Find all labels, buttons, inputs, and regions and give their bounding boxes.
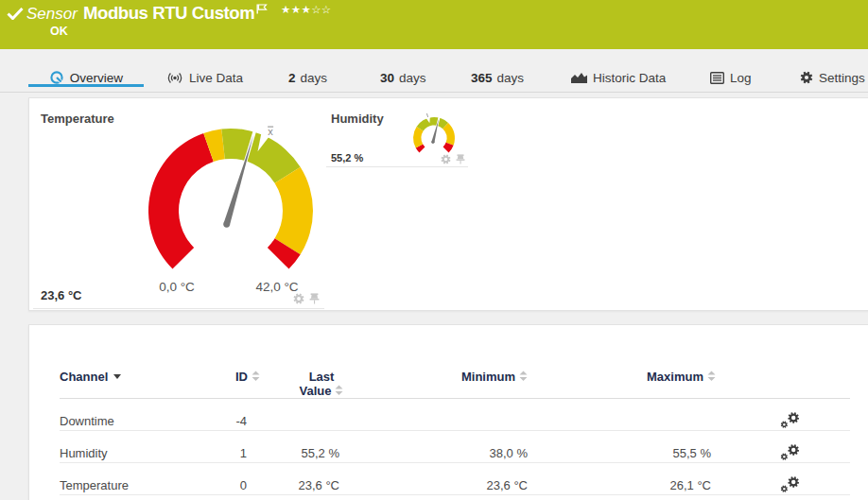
ok-check-icon: [7, 8, 24, 20]
tab-historic-data[interactable]: Historic Data: [571, 66, 666, 89]
gauge-value: 55,2 %: [331, 152, 363, 164]
cell-channel[interactable]: Temperature: [60, 463, 211, 495]
active-tab-underline: [28, 84, 144, 87]
svg-text:x: x: [268, 126, 273, 137]
gauge-icon: [49, 70, 64, 85]
column-label: Minimum: [461, 370, 515, 384]
gauge-title: Humidity: [331, 112, 384, 126]
tab-number: 2: [288, 71, 296, 85]
column-header-maximum[interactable]: Maximum: [528, 361, 716, 399]
tab-365-days[interactable]: 365 days: [471, 66, 524, 89]
gear-icon: [800, 71, 813, 84]
sensor-status-badge: OK: [50, 25, 68, 38]
cell-last-value: [260, 399, 355, 431]
channel-settings-icon[interactable]: [780, 444, 800, 460]
table-row[interactable]: Downtime -4: [60, 399, 850, 431]
sensor-title: Modbus RTU Custom: [83, 2, 254, 25]
pin-icon[interactable]: [456, 154, 465, 164]
sort-toggle-icon: [707, 371, 716, 382]
gauge-title: Temperature: [41, 112, 114, 126]
broadcast-icon: [166, 71, 183, 85]
tab-log[interactable]: Log: [710, 66, 752, 89]
gauge-value: 23,6 °C: [41, 288, 82, 302]
column-label: Last Value: [300, 370, 335, 398]
gauge-settings-gear-icon[interactable]: [441, 154, 451, 164]
sensor-status-header: Sensor Modbus RTU Custom ★★★☆☆ OK: [0, 0, 868, 49]
tab-label: Settings: [819, 71, 865, 85]
priority-flag-icon[interactable]: [256, 4, 268, 14]
channels-table-panel: Channel ID Last Value Minimum Maximum Do…: [28, 324, 868, 500]
tab-label: days: [399, 71, 426, 85]
stars-empty: ☆☆: [311, 3, 331, 16]
tab-label: days: [301, 71, 328, 85]
sensor-overview-page: Sensor Modbus RTU Custom ★★★☆☆ OK Overvi…: [0, 0, 868, 500]
channels-table: Channel ID Last Value Minimum Maximum Do…: [60, 361, 850, 495]
gauge-settings-gear-icon[interactable]: [293, 293, 304, 304]
tab-label: Live Data: [189, 71, 243, 85]
table-row[interactable]: Humidity 1 55,2 % 38,0 % 55,5 %: [60, 431, 850, 463]
cell-channel[interactable]: Humidity: [60, 431, 211, 463]
cell-maximum: 55,5 %: [528, 431, 716, 463]
tab-label: Historic Data: [593, 71, 666, 85]
cell-minimum: [355, 399, 528, 431]
cell-id: -4: [211, 399, 260, 431]
tab-label: Log: [730, 71, 752, 85]
cell-channel[interactable]: Downtime: [60, 399, 211, 431]
tab-label: days: [497, 71, 525, 85]
sort-toggle-icon: [252, 371, 260, 382]
tab-30-days[interactable]: 30 days: [380, 66, 426, 89]
column-header-id[interactable]: ID: [211, 361, 260, 399]
humidity-gauge-block: Humidity 55,2 %: [326, 103, 468, 167]
area-chart-icon: [571, 71, 587, 84]
temperature-gauge-block: Temperature x0,0 °C42,0 °C 23,6 °C: [33, 103, 324, 309]
sort-toggle-icon: [335, 385, 343, 396]
table-header-row: Channel ID Last Value Minimum Maximum: [60, 361, 850, 399]
cell-maximum: [528, 399, 716, 431]
priority-stars[interactable]: ★★★☆☆: [281, 3, 332, 16]
svg-text:42,0 °C: 42,0 °C: [255, 280, 298, 294]
object-kind-label: Sensor: [26, 4, 78, 25]
temperature-gauge: x0,0 °C42,0 °C: [127, 114, 335, 296]
stars-filled: ★★★: [281, 3, 311, 16]
tab-number: 365: [471, 71, 493, 85]
column-label: ID: [235, 370, 248, 384]
channel-settings-icon[interactable]: [780, 412, 800, 428]
tab-live-data[interactable]: Live Data: [166, 66, 243, 89]
column-header-last-value[interactable]: Last Value: [260, 361, 355, 399]
tab-settings[interactable]: Settings: [800, 66, 865, 89]
column-label: Channel: [60, 370, 108, 384]
cell-minimum: 38,0 %: [355, 431, 528, 463]
cell-id: 0: [211, 463, 260, 495]
log-icon: [710, 72, 724, 84]
channel-settings-icon[interactable]: [780, 476, 800, 492]
cell-id: 1: [211, 431, 260, 463]
tab-label: Overview: [70, 71, 123, 85]
table-row[interactable]: Temperature 0 23,6 °C 23,6 °C 26,1 °C: [60, 463, 850, 495]
sensor-tabbar: Overview Live Data 2 days 30 days 365 da…: [0, 49, 868, 93]
svg-text:0,0 °C: 0,0 °C: [159, 280, 195, 294]
pin-icon[interactable]: [309, 293, 320, 304]
column-header-minimum[interactable]: Minimum: [355, 361, 528, 399]
sort-desc-icon: [113, 374, 121, 379]
tab-2-days[interactable]: 2 days: [288, 66, 327, 89]
cell-last-value: 23,6 °C: [260, 463, 355, 495]
gauges-panel: Temperature x0,0 °C42,0 °C 23,6 °C Humid…: [28, 97, 868, 311]
cell-last-value: 55,2 %: [260, 431, 355, 463]
cell-maximum: 26,1 °C: [528, 463, 716, 495]
column-header-channel[interactable]: Channel: [60, 361, 211, 399]
column-label: Maximum: [647, 370, 703, 384]
column-header-actions: [716, 361, 850, 399]
cell-minimum: 23,6 °C: [355, 463, 528, 495]
tab-number: 30: [380, 71, 394, 85]
sort-toggle-icon: [519, 371, 528, 382]
gauge-corner-icons: [293, 293, 320, 304]
gauge-corner-icons: [441, 154, 465, 164]
